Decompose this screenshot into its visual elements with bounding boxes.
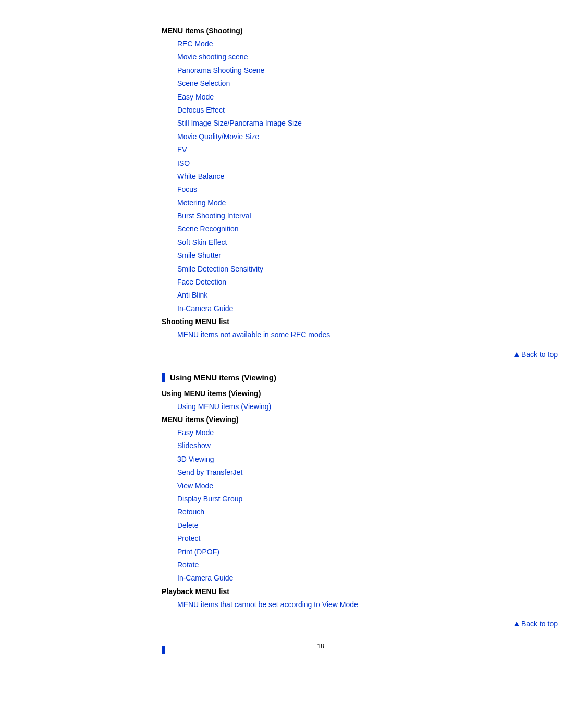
link-item[interactable]: Soft Skin Effect (177, 237, 480, 248)
link-item[interactable]: Panorama Shooting Scene (177, 65, 480, 76)
link-item[interactable]: Scene Recognition (177, 223, 480, 235)
link-item[interactable]: Metering Mode (177, 197, 480, 208)
shooting-list-heading: Shooting MENU list (162, 317, 480, 326)
link-item[interactable]: White Balance (177, 170, 480, 182)
link-item[interactable]: Display Burst Group (177, 493, 480, 504)
link-item[interactable]: MENU items that cannot be set according … (177, 599, 480, 610)
link-item[interactable]: Focus (177, 183, 480, 195)
link-item[interactable]: View Mode (177, 480, 480, 491)
link-item[interactable]: Defocus Effect (177, 104, 480, 116)
link-item[interactable]: Rotate (177, 559, 480, 571)
page-number: 18 (162, 643, 480, 650)
link-item[interactable]: ISO (177, 157, 480, 169)
viewing-heading: MENU items (Viewing) (162, 415, 480, 424)
back-to-top-label: Back to top (521, 620, 558, 628)
shooting-heading: MENU items (Shooting) (162, 27, 480, 35)
section-bar-icon (162, 646, 165, 654)
viewing-section-title: Using MENU items (Viewing) (162, 373, 480, 382)
link-item[interactable]: Smile Detection Sensitivity (177, 263, 480, 275)
content-area: MENU items (Shooting) REC Mode Movie sho… (162, 0, 480, 650)
triangle-up-icon (514, 622, 519, 626)
link-item[interactable]: Easy Mode (177, 427, 480, 438)
link-item[interactable]: 3D Viewing (177, 453, 480, 465)
link-item[interactable]: Send by TransferJet (177, 466, 480, 478)
using-viewing-heading: Using MENU items (Viewing) (162, 389, 480, 398)
link-item[interactable]: EV (177, 144, 480, 155)
link-item[interactable]: Scene Selection (177, 78, 480, 89)
link-item[interactable]: MENU items not available in some REC mod… (177, 329, 480, 340)
link-item[interactable]: Protect (177, 533, 480, 544)
link-item[interactable]: REC Mode (177, 38, 480, 50)
link-item[interactable]: Retouch (177, 506, 480, 517)
link-item[interactable]: In-Camera Guide (177, 572, 480, 584)
link-item[interactable]: Movie shooting scene (177, 51, 480, 63)
triangle-up-icon (514, 352, 519, 357)
playback-list-heading: Playback MENU list (162, 587, 480, 596)
back-to-top-label: Back to top (521, 350, 558, 359)
link-item[interactable]: Delete (177, 520, 480, 531)
link-item[interactable]: Burst Shooting Interval (177, 210, 480, 221)
link-item[interactable]: Still Image Size/Panorama Image Size (177, 117, 480, 129)
back-to-top-link[interactable]: Back to top (162, 620, 558, 628)
link-item[interactable]: In-Camera Guide (177, 303, 480, 314)
link-item[interactable]: Easy Mode (177, 91, 480, 103)
link-item[interactable]: Slideshow (177, 440, 480, 451)
link-item[interactable]: Movie Quality/Movie Size (177, 131, 480, 142)
link-item[interactable]: Using MENU items (Viewing) (177, 401, 480, 412)
link-item[interactable]: Print (DPOF) (177, 546, 480, 558)
back-to-top-link[interactable]: Back to top (162, 350, 558, 359)
link-item[interactable]: Smile Shutter (177, 250, 480, 261)
link-item[interactable]: Anti Blink (177, 289, 480, 301)
link-item[interactable]: Face Detection (177, 276, 480, 288)
